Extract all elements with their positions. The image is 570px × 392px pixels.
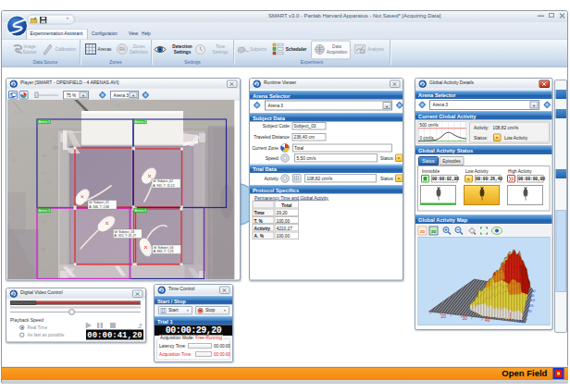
svg-text:30: 30 [463, 316, 468, 321]
svg-text:0 cm²/s: 0 cm²/s [420, 136, 435, 141]
svg-text:25: 25 [519, 319, 524, 324]
svg-text:20: 20 [441, 314, 447, 319]
svg-text:40: 40 [485, 318, 490, 323]
svg-text:10: 10 [530, 298, 535, 302]
svg-text:RA: RA [119, 47, 125, 52]
svg-text:20: 20 [527, 309, 532, 313]
svg-text:500 cm²/s: 500 cm²/s [420, 123, 440, 128]
